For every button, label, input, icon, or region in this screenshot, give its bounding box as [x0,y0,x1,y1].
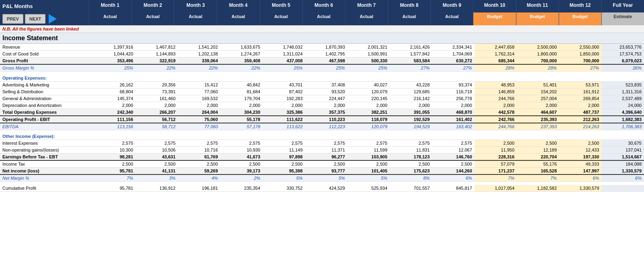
row-data-cell: 68,804 [93,88,136,95]
row-data-cell: 2,575 [390,140,432,147]
row-data-cell: 24,000 [602,102,644,109]
row-data-cell: 29,356 [136,81,178,88]
row-data-cell: 2,500 [347,160,390,168]
row-data-cell: 192,529 [390,116,432,123]
nav-arrow-icon [49,14,57,24]
row-data-cell: 2,000 [263,102,305,109]
row-data-cell: 2,500 [559,140,601,147]
row-data-cell: 1,144,893 [136,51,178,57]
table-row: Gross Margin %25%22%22%22%25%25%25%27%27… [0,64,644,72]
next-button[interactable]: NEXT [25,14,45,24]
row-data-cell: 112,223 [305,123,347,130]
row-data-cell: 3% [136,174,178,182]
table-row: Selling & Distribution68,80473,39177,060… [0,88,644,95]
row-data-cell: 4% [178,174,220,182]
row-data-cell: 147,997 [559,168,601,175]
spacer-row [0,182,644,185]
row-data-cell: 220,704 [517,154,559,161]
row-data-cell: 325,386 [263,109,305,116]
row-data-cell: 1,633,675 [220,44,262,51]
header-month-cell: Month 12 [559,0,601,12]
row-data-cell: 1,800,000 [517,51,559,57]
row-data-cell: 5% [263,174,305,182]
row-data-cell: 41,673 [220,154,262,161]
subheader-cell: Actual [388,12,430,25]
row-data-cell: 442,578 [475,109,517,116]
table-row: Revenue1,397,9161,467,8121,541,2021,633,… [0,44,644,51]
row-data-cell: 59,269 [178,168,220,175]
row-label-cell: Total Operating Expenses [0,109,93,116]
row-data-cell: 2,500 [305,160,347,168]
row-data-cell: 97,898 [263,154,305,161]
header-month-cell: Month 9 [430,0,473,12]
row-data-cell: 27% [432,64,475,72]
row-data-cell: 382,251 [347,109,390,116]
row-data-cell: 2,575 [220,140,262,147]
section-header-cell [93,75,644,82]
row-data-cell: 184,088 [602,160,644,168]
table-row: Earnings Before Tax - EBT98,28143,63161,… [0,154,644,161]
table-row: Advertising & Marketing26,16229,35615,41… [0,81,644,88]
row-data-cell: 73,391 [136,88,178,95]
row-data-cell: 1,577,842 [390,51,432,57]
row-data-cell: 212,263 [559,116,601,123]
row-data-cell: 145,374 [93,95,136,102]
row-data-cell: 179,704 [220,95,262,102]
row-data-cell: 1,682,383 [602,116,644,123]
row-data-cell: 48,953 [475,81,517,88]
prev-button[interactable]: PREV [2,14,23,24]
row-data-cell: 6% [559,174,601,182]
row-data-cell: 55,176 [517,160,559,168]
row-data-cell: 27% [559,64,601,72]
subheader-cell: Actual [260,12,302,25]
row-data-cell: 1,850,000 [559,51,601,57]
row-label-cell: Cumulative Profit [0,185,93,192]
row-data-cell: 95,781 [93,185,136,192]
row-data-cell: 1,762,314 [475,51,517,57]
row-data-cell: 111,622 [263,116,305,123]
row-data-cell: 2,500 [93,160,136,168]
row-data-cell: 2,500 [263,160,305,168]
row-data-cell: 7% [517,174,559,182]
row-data-cell: 216,142 [390,95,432,102]
row-data-cell: 169,532 [178,95,220,102]
row-data-cell: 353,496 [93,57,136,65]
row-data-cell: 224,447 [305,95,347,102]
row-data-cell [602,185,644,192]
row-data-cell: 322,919 [136,57,178,65]
row-data-cell: 25% [347,64,390,72]
row-data-cell: 6,079,023 [602,57,644,65]
row-data-cell: 17,574,753 [602,51,644,57]
row-data-cell: 11,149 [263,147,305,154]
spacer-row [0,130,644,133]
row-data-cell: 113,622 [263,123,305,130]
row-data-cell: 22% [136,64,178,72]
row-data-cell: 424,529 [305,185,347,192]
row-data-cell: 10,930 [220,147,262,154]
row-data-cell: 701,557 [390,185,432,192]
row-data-cell: 56,712 [136,116,178,123]
row-data-cell: 146,859 [475,88,517,95]
row-data-cell: 7% [93,174,136,182]
row-data-cell: 8% [390,174,432,182]
row-data-cell: 1,397,916 [93,44,136,51]
row-data-cell: 11,950 [475,147,517,154]
row-data-cell: 2,500 [475,140,517,147]
row-data-cell: 120,079 [347,123,390,130]
row-data-cell: 75,060 [178,116,220,123]
header-month-cell: Full Year [601,0,644,12]
row-data-cell: 235,393 [517,116,559,123]
subheader-cell: Budget [559,12,601,25]
row-data-cell: 58,712 [136,123,178,130]
table-row: EBITDA113,15658,71277,06057,178113,62211… [0,123,644,130]
nav-buttons: PREV NEXT [0,12,89,25]
row-data-cell: 2% [220,174,262,182]
row-data-cell: 95,781 [93,168,136,175]
row-data-cell: 2,500 [517,140,559,147]
header-month-cell: Month 8 [388,0,430,12]
row-data-cell: 129,685 [390,88,432,95]
row-data-cell: 12,067 [432,147,475,154]
row-data-cell: 81,684 [220,88,262,95]
row-data-cell: 1,402,795 [305,51,347,57]
row-data-cell: 237,393 [517,123,559,130]
